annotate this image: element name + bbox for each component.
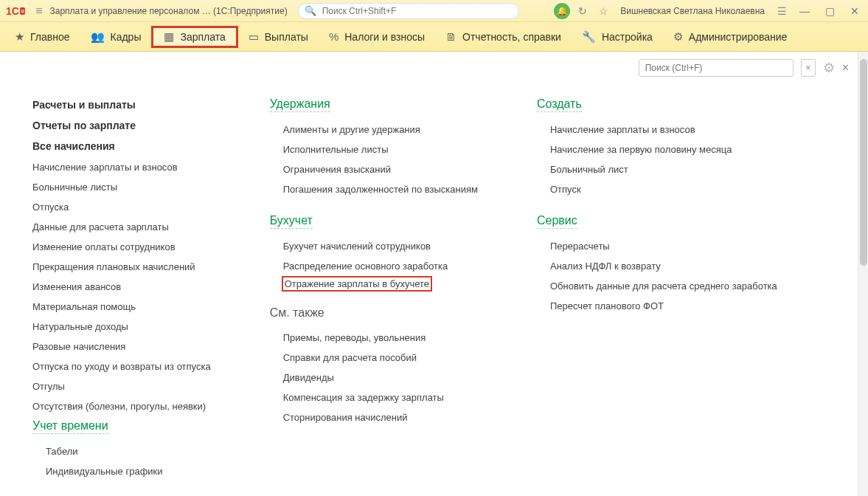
column-middle: Удержания Алименты и другие удержания Ис… [270,94,478,481]
link-bolnich[interactable]: Больничные листы [32,182,211,193]
percent-icon: % [329,30,338,43]
star-icon[interactable]: ☆ [595,5,611,17]
panel-settings-icon[interactable]: ⚙ [823,60,835,76]
link-storn[interactable]: Сторнирования начислений [283,412,478,423]
group-buhuchet[interactable]: Бухучет [270,214,313,229]
link-raspred[interactable]: Распределение основного заработка [283,261,478,272]
titlebar: 1С≡ ≡ Зарплата и управление персоналом …… [0,0,868,22]
username: Вишневская Светлана Николаевна [616,6,769,16]
global-search-input[interactable] [321,5,513,17]
link-prekr[interactable]: Прекращения плановых начислений [32,261,211,272]
link-izm-avansov[interactable]: Изменения авансов [32,281,211,292]
bell-icon[interactable]: 🔔 [554,3,570,19]
link-otrazh-zp-highlighted[interactable]: Отражение зарплаты в бухучете [282,276,432,292]
report-icon: 🗎 [445,30,456,43]
scrollbar-thumb[interactable] [860,59,867,266]
main-tabs: ★Главное 👥Кадры ▦Зарплата ▭Выплаты %Нало… [0,22,868,52]
link-dividendy[interactable]: Дивиденды [283,372,478,383]
link-izm-oplaty[interactable]: Изменение оплаты сотрудников [32,241,211,252]
tab-otchet[interactable]: 🗎Отчетность, справки [435,26,572,48]
link-spravki[interactable]: Справки для расчета пособий [283,352,478,363]
link-priemy[interactable]: Приемы, переводы, увольнения [283,332,478,343]
global-search[interactable]: 🔍 [298,3,519,19]
menu-icon[interactable]: ≡ [32,4,45,18]
tab-vyplaty[interactable]: ▭Выплаты [238,26,319,48]
link-indiv-graf[interactable]: Индивидуальные графики [46,466,211,477]
link-otpuska[interactable]: Отпуска [32,202,211,213]
link-razovye[interactable]: Разовые начисления [32,341,211,352]
table-icon: ▦ [164,30,174,44]
tab-main[interactable]: ★Главное [4,26,80,48]
tab-nastr[interactable]: 🔧Настройка [572,26,663,48]
panel-close-icon[interactable]: × [842,61,849,75]
history-icon[interactable]: ↻ [574,5,591,17]
tab-kadry[interactable]: 👥Кадры [80,26,152,48]
link-pereraschety[interactable]: Перерасчеты [550,241,777,252]
link-otpusk-uhod[interactable]: Отпуска по уходу и возвраты из отпуска [32,361,211,372]
panel-search-clear[interactable]: × [801,59,816,77]
scrollbar[interactable] [858,52,868,496]
link-dannye[interactable]: Данные для расчета зарплаты [32,221,211,232]
link-vse-nachisl[interactable]: Все начисления [32,140,211,152]
link-raschety[interactable]: Расчеты и выплаты [32,99,211,111]
column-left: Расчеты и выплаты Отчеты по зарплате Все… [32,94,211,481]
link-ogranich[interactable]: Ограничения взысканий [283,164,478,175]
link-natur[interactable]: Натуральные доходы [32,321,211,332]
link-otchety[interactable]: Отчеты по зарплате [32,120,211,131]
link-otguly[interactable]: Отгулы [32,381,211,392]
search-icon: 🔍 [305,5,316,16]
window-maximize[interactable]: ▢ [819,5,840,17]
link-pogash[interactable]: Погашения задолженностей по взысканиям [283,184,478,195]
link-alimenty[interactable]: Алименты и другие удержания [283,124,478,135]
link-buh-nachisl[interactable]: Бухучет начислений сотрудников [283,241,478,252]
link-analiz-ndfl[interactable]: Анализ НДФЛ к возврату [550,261,777,272]
window-minimize[interactable]: — [794,5,815,17]
panel-search[interactable] [639,59,794,77]
group-service[interactable]: Сервис [537,214,577,229]
wrench-icon: 🔧 [582,30,596,44]
gear-icon: ⚙ [673,30,683,44]
star-filled-icon: ★ [15,30,24,44]
group-uderzhaniya[interactable]: Удержания [270,97,330,112]
link-obnovit[interactable]: Обновить данные для расчета среднего зар… [550,280,777,292]
column-right: Создать Начисление зарплаты и взносов На… [537,94,777,481]
link-pereschet-fot[interactable]: Пересчет планового ФОТ [550,300,777,311]
link-create-first-half[interactable]: Начисление за первую половину месяца [550,144,777,155]
tab-admin[interactable]: ⚙Администрирование [663,26,798,48]
link-tabeli[interactable]: Табели [46,446,211,457]
app-title: Зарплата и управление персоналом … (1С:П… [50,6,288,16]
link-mat-pomosh[interactable]: Материальная помощь [32,301,211,312]
window-close[interactable]: ✕ [844,5,865,17]
link-create-otpusk[interactable]: Отпуск [550,184,777,195]
link-nachisl-zp[interactable]: Начисление зарплаты и взносов [32,162,211,173]
tab-nalogi[interactable]: %Налоги и взносы [319,26,435,48]
group-uchet-vremeni[interactable]: Учет времени [32,419,108,434]
group-see-also: См. также [270,306,324,320]
wallet-icon: ▭ [249,30,259,44]
people-icon: 👥 [91,30,105,44]
panel-toolbar: × ⚙ × [639,59,849,77]
logo-1c: 1С≡ [3,5,28,17]
link-create-nachisl[interactable]: Начисление зарплаты и взносов [550,124,777,135]
link-otsutstv[interactable]: Отсутствия (болезни, прогулы, неявки) [32,401,211,412]
group-create[interactable]: Создать [537,97,582,112]
link-ispoln[interactable]: Исполнительные листы [283,144,478,155]
content: × ⚙ × Расчеты и выплаты Отчеты по зарпла… [0,52,868,496]
panel-search-input[interactable] [644,62,788,74]
tab-zarplata[interactable]: ▦Зарплата [151,26,237,48]
link-kompens[interactable]: Компенсация за задержку зарплаты [283,392,478,403]
link-create-boln[interactable]: Больничный лист [550,164,777,175]
user-menu-icon[interactable]: ☰ [774,5,790,17]
